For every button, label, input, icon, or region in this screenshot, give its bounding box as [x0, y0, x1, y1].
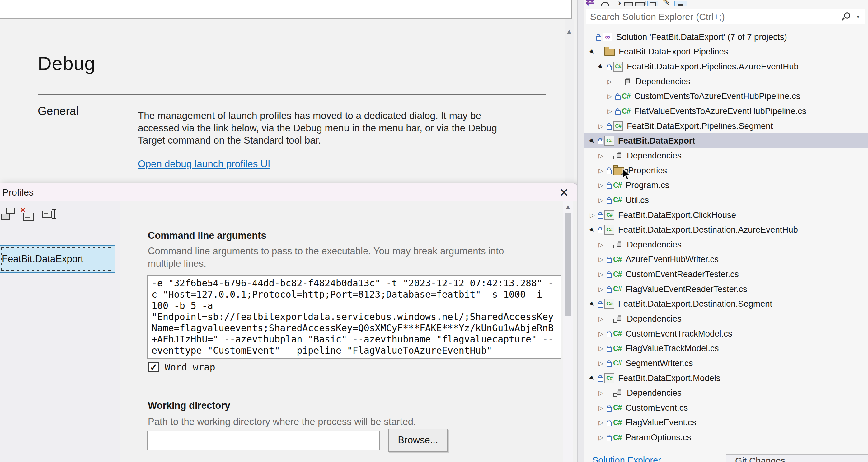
scroll-up-icon[interactable]: ▲	[565, 203, 571, 211]
tree-item[interactable]: ▷Dependencies	[584, 311, 868, 326]
search-icon[interactable]	[844, 12, 850, 19]
tree-item[interactable]: ▶C#FeatBit.DataExport.Pipelines.AzureEve…	[584, 59, 868, 74]
tree-item[interactable]: ▷C#CustomEventsToAzureEventHubPipeline.c…	[584, 89, 868, 104]
collapse-arrow-icon[interactable]: ▷	[606, 78, 614, 85]
tree-item-label: FlagValueTrackModel.cs	[625, 343, 719, 353]
edit-icon[interactable]: ✎	[662, 0, 670, 6]
page-scrollbar-track[interactable]	[564, 19, 574, 184]
expand-arrow-icon[interactable]: ▶	[596, 61, 606, 71]
tree-item[interactable]: ▷C#FlagValueEvent.cs	[584, 415, 868, 430]
tree-item[interactable]: ▷Dependencies	[584, 237, 868, 252]
tree-item[interactable]: ▷Dependencies	[584, 74, 868, 89]
collapse-arrow-icon[interactable]: ▷	[597, 345, 605, 352]
collapse-arrow-icon[interactable]: ▷	[597, 182, 605, 189]
preview-selected-items-toggle[interactable]	[675, 1, 687, 6]
csharp-file-icon: C#	[613, 403, 624, 412]
collapse-arrow-icon[interactable]: ▷	[597, 315, 605, 322]
tree-item[interactable]: ▶C#FeatBit.DataExport	[584, 133, 868, 148]
collapse-arrow-icon[interactable]: ▷	[597, 122, 605, 130]
solution-explorer-panel: ⇄ › ✎ ▼ ∞Solution 'FeatBit.DataExport' (…	[584, 0, 868, 462]
toolbar-separator	[645, 1, 646, 5]
tree-item[interactable]: ▷C#CustomEventReaderTester.cs	[584, 267, 868, 282]
collapse-arrow-icon[interactable]: ▷	[597, 404, 605, 411]
collapse-arrow-icon[interactable]: ▷	[597, 241, 605, 248]
sync-with-active-document-icon[interactable]	[601, 2, 609, 6]
csharp-file-icon: C#	[622, 92, 633, 100]
description-line: accessed via the link below, via the Deb…	[138, 122, 497, 134]
tab-solution-explorer[interactable]: Solution Explorer	[592, 455, 661, 462]
tree-item[interactable]: ▷Dependencies	[584, 148, 868, 163]
panel-splitter[interactable]	[577, 0, 585, 462]
tree-item[interactable]: ▷Dependencies	[584, 386, 868, 400]
tree-item[interactable]: ▷C#Util.cs	[584, 193, 868, 208]
search-caret-icon[interactable]: ▼	[856, 14, 860, 19]
solution-icon: ∞	[602, 33, 613, 41]
scroll-up-icon[interactable]: ▲	[566, 27, 572, 35]
show-all-files-toggle[interactable]	[647, 1, 658, 6]
profile-list-item[interactable]: FeatBit.DataExport	[0, 245, 115, 273]
word-wrap-checkbox[interactable]: ✓	[149, 362, 159, 372]
tree-item[interactable]: ▷C#CustomEvent.cs	[584, 400, 868, 415]
tab-git-changes[interactable]: Git Changes	[726, 454, 868, 462]
browse-button[interactable]: Browse...	[388, 429, 448, 452]
expand-arrow-icon[interactable]: ▶	[587, 225, 597, 235]
tree-item[interactable]: ▷C#AzureEventHubWriter.cs	[584, 252, 868, 267]
expand-arrow-icon[interactable]: ▶	[587, 373, 597, 383]
collapse-arrow-icon[interactable]: ▷	[597, 285, 605, 293]
tree-item-label: Util.cs	[625, 195, 649, 205]
tree-item[interactable]: ∞Solution 'FeatBit.DataExport' (7 of 7 p…	[584, 30, 868, 44]
lock-icon	[614, 107, 622, 115]
open-debug-launch-profiles-link[interactable]: Open debug launch profiles UI	[138, 158, 271, 170]
collapse-arrow-icon[interactable]: ▷	[588, 211, 596, 219]
red-x-icon: ×	[21, 205, 25, 215]
delete-profile-button[interactable]: ×	[21, 208, 35, 221]
tree-item[interactable]: ▷C#FeatBit.DataExport.ClickHouse	[584, 208, 868, 223]
tree-item[interactable]: ▶C#FeatBit.DataExport.Models	[584, 371, 868, 386]
expand-arrow-icon[interactable]: ▶	[587, 47, 597, 57]
close-icon[interactable]: ×	[555, 183, 572, 201]
collapse-arrow-icon[interactable]: ▷	[597, 419, 605, 426]
rename-profile-button[interactable]	[42, 208, 57, 221]
lock-icon	[605, 285, 613, 293]
switch-views-icon[interactable]: ⇄	[585, 0, 594, 6]
collapse-arrow-icon[interactable]: ▷	[597, 255, 605, 263]
collapse-arrow-icon[interactable]: ▷	[597, 360, 605, 367]
collapse-arrow-icon[interactable]: ▷	[597, 196, 605, 204]
expand-arrow-icon[interactable]: ▶	[587, 136, 597, 146]
tree-item[interactable]: ▷C#FlagValueEventReaderTester.cs	[584, 282, 868, 297]
collapse-arrow-icon[interactable]: ▷	[597, 330, 605, 337]
working-directory-input[interactable]	[147, 431, 380, 451]
dialog-titlebar[interactable]: Profiles ×	[0, 183, 578, 202]
collapse-arrow-icon[interactable]: ▷	[606, 92, 614, 100]
lock-icon	[614, 92, 622, 100]
expand-arrow-icon[interactable]: ▶	[587, 299, 597, 309]
command-line-arguments-value: -e "32f6be54-6796-44dd-bc82-f4824b0da13c…	[152, 278, 556, 356]
dependencies-icon	[613, 388, 624, 398]
collapse-arrow-icon[interactable]: ▷	[597, 271, 605, 278]
properties-window-icon[interactable]	[634, 2, 645, 6]
word-wrap-checkbox-row[interactable]: ✓ Word wrap	[149, 361, 215, 373]
search-input[interactable]	[589, 10, 833, 24]
collapse-arrow-icon[interactable]: ▷	[597, 389, 605, 397]
collapse-all-icon[interactable]	[624, 2, 633, 6]
collapse-arrow-icon[interactable]: ▷	[597, 152, 605, 159]
dialog-scrollbar-thumb[interactable]	[564, 213, 571, 316]
collapse-chevron-icon[interactable]: ›	[618, 0, 621, 6]
tree-item[interactable]: ▷C#FlagValueTrackModel.cs	[584, 341, 868, 356]
tree-item[interactable]: ▶FeatBit.DataExport.Pipelines	[584, 44, 868, 59]
rename-profile-icon	[42, 211, 52, 218]
command-line-arguments-textbox[interactable]: -e "32f6be54-6796-44dd-bc82-f4824b0da13c…	[147, 275, 561, 359]
tree-item[interactable]: ▶C#FeatBit.DataExport.Destination.Segmen…	[584, 297, 868, 312]
collapse-arrow-icon[interactable]: ▷	[597, 167, 605, 174]
bottom-tab-bar: Solution Explorer Git Changes	[584, 454, 868, 462]
working-directory-description: Path to the working directory where the …	[148, 415, 416, 428]
tree-item[interactable]: ▶C#FeatBit.DataExport.Destination.AzureE…	[584, 222, 868, 237]
tree-item[interactable]: ▷C#CustomEventTrackModel.cs	[584, 326, 868, 341]
collapse-arrow-icon[interactable]: ▷	[606, 107, 614, 115]
collapse-arrow-icon[interactable]: ▷	[597, 434, 605, 441]
tree-item[interactable]: ▷C#SegmentWriter.cs	[584, 356, 868, 371]
tree-item[interactable]: ▷C#FeatBit.DataExport.Pipelines.Segment	[584, 119, 868, 133]
tree-item[interactable]: ▷C#ParamOptions.cs	[584, 430, 868, 445]
new-profile-button[interactable]	[1, 208, 16, 221]
tree-item[interactable]: ▷C#FlatValueEventsToAzureEventHubPipelin…	[584, 104, 868, 119]
